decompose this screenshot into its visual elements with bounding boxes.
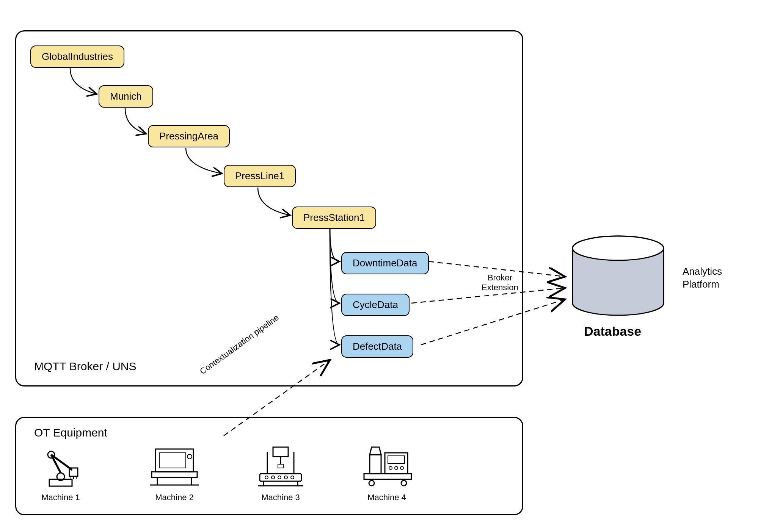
machine-1-label: Machine 1 [27,493,95,502]
svg-point-40 [369,480,374,486]
broker-extension-label: Broker Extension [482,273,518,293]
svg-point-41 [401,480,406,486]
svg-rect-35 [388,456,405,463]
database-icon [569,235,667,318]
equipment-panel-label: OT Equipment [34,426,107,439]
svg-rect-14 [152,472,197,477]
svg-point-37 [395,466,398,469]
broker-panel-label: MQTT Broker / UNS [34,360,136,373]
analytics-line2: Platform [683,279,719,290]
machine-4-label: Machine 4 [353,493,421,502]
svg-rect-39 [364,474,411,479]
machine-3: Machine 3 [246,443,315,502]
press-machine-icon [146,443,203,489]
svg-point-28 [291,476,294,479]
node-global-industries: GlobalIndustries [30,45,124,68]
svg-point-25 [271,476,275,479]
robot-arm-icon [36,443,85,489]
svg-rect-18 [273,447,288,457]
node-pressing-area: PressingArea [148,125,230,147]
machine-3-label: Machine 3 [246,493,315,502]
svg-point-26 [278,476,281,479]
svg-point-24 [265,476,268,479]
node-defect-data: DefectData [341,335,413,358]
analytics-platform-label: Analytics Platform [683,265,722,291]
node-pressstation1: PressStation1 [292,207,376,229]
svg-point-27 [284,476,287,479]
node-munich: Munich [99,85,153,108]
node-cycle-data: CycleData [341,294,410,316]
broker-panel [15,30,523,386]
svg-rect-12 [159,453,186,468]
machine-4: Machine 4 [353,443,421,502]
packaging-machine-icon [355,443,419,489]
machine-2-label: Machine 2 [140,493,209,502]
node-downtime-data: DowntimeData [341,252,429,274]
database-label: Database [584,324,641,339]
svg-marker-32 [370,447,381,455]
broker-ext-line2: Extension [482,283,518,292]
svg-rect-20 [278,464,283,468]
analytics-line1: Analytics [683,266,722,277]
machine-1: Machine 1 [27,443,95,502]
svg-rect-33 [370,455,381,474]
node-pressline1: PressLine1 [224,165,296,187]
machine-2: Machine 2 [140,443,209,502]
cnc-machine-icon [252,443,309,489]
svg-point-1 [573,236,664,260]
broker-ext-line1: Broker [488,273,512,282]
svg-point-38 [400,466,403,469]
svg-point-36 [389,466,392,469]
svg-point-13 [187,454,192,459]
